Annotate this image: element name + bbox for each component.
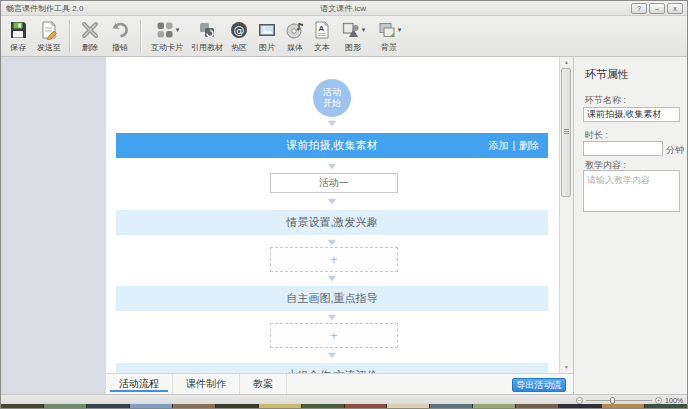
desktop-strip xyxy=(1,404,687,409)
desktop-strip-block xyxy=(602,404,644,409)
tab-lesson-plan[interactable]: 教案 xyxy=(240,374,287,394)
stage-action-divider: | xyxy=(512,140,515,151)
send-icon xyxy=(39,20,59,40)
document-title: 语文课件.icw xyxy=(320,3,366,14)
stage-delete-link[interactable]: 删除 xyxy=(519,139,539,153)
flow-arrow-icon xyxy=(316,161,348,171)
plus-icon: + xyxy=(330,253,337,267)
desktop-strip-block xyxy=(516,404,558,409)
background-icon xyxy=(377,20,397,40)
stage-name-input[interactable] xyxy=(583,107,680,122)
stage-label: 课前拍摄,收集素材 xyxy=(286,138,377,153)
svg-text:@: @ xyxy=(234,24,245,37)
flow-arrow-icon xyxy=(316,196,348,206)
undo-button[interactable]: 撤销 xyxy=(105,19,135,53)
shape-icon xyxy=(341,20,361,40)
stage-bar[interactable]: 自主画图,重点指导 xyxy=(116,286,548,311)
svg-text:A: A xyxy=(319,24,325,33)
save-button[interactable]: 保存 xyxy=(3,19,33,53)
hotspot-button[interactable]: @ 热区 xyxy=(225,19,253,53)
scroll-up-icon[interactable] xyxy=(562,58,571,67)
flow-arrow-icon xyxy=(316,273,348,283)
desktop-strip-block xyxy=(259,404,301,409)
zoom-slider-handle[interactable] xyxy=(610,397,615,404)
plus-icon: + xyxy=(330,329,337,343)
desktop-strip-block xyxy=(173,404,215,409)
properties-panel: 环节属性 环节名称 : 时长 : 分钟 教学内容 : xyxy=(573,57,688,394)
flow-arrow-icon xyxy=(316,118,348,128)
flow-canvas: 活动 开始 课前拍摄,收集素材 添加 | 删除 活动一 情景设置,激发兴趣 + … xyxy=(106,57,559,394)
insert-media-button[interactable]: 媒体 xyxy=(281,19,309,53)
delete-icon xyxy=(80,20,100,40)
zoom-in-icon[interactable] xyxy=(655,397,662,404)
delete-button[interactable]: 删除 xyxy=(75,19,105,53)
tab-courseware[interactable]: 课件制作 xyxy=(173,374,240,394)
cite-textbook-button[interactable]: 引用教材 xyxy=(189,19,225,53)
panel-title: 环节属性 xyxy=(585,67,629,82)
bottom-tab-bar: 活动流程 课件制作 教案 导出活动流 xyxy=(106,373,573,394)
stage-actions: 添加 | 删除 xyxy=(488,133,539,158)
add-activity-placeholder[interactable]: + xyxy=(270,247,398,272)
activity-node[interactable]: 活动一 xyxy=(270,173,398,193)
text-icon: A xyxy=(312,20,332,40)
send-to-button[interactable]: 发送至 xyxy=(33,19,65,53)
background-button[interactable]: 背景 xyxy=(371,19,407,53)
export-flow-button[interactable]: 导出活动流 xyxy=(512,378,566,392)
add-activity-placeholder[interactable]: + xyxy=(270,323,398,348)
tab-activity-flow[interactable]: 活动流程 xyxy=(106,374,173,394)
close-button[interactable]: x xyxy=(667,3,683,14)
app-title: 畅言课件制作工具 2.0 xyxy=(6,3,83,14)
zoom-control: 100% xyxy=(576,396,683,404)
stage-bar[interactable]: 情景设置,激发兴趣 xyxy=(116,210,548,235)
cards-icon xyxy=(155,20,175,40)
scrollbar-grip-icon xyxy=(564,129,569,130)
start-node-label-line1: 活动 xyxy=(313,87,351,98)
app-window: 畅言课件制作工具 2.0 语文课件.icw ? – x 保存 xyxy=(0,0,688,409)
insert-image-button[interactable]: 图片 xyxy=(253,19,281,53)
window-controls: ? – x xyxy=(631,3,683,14)
status-bar: 100% xyxy=(1,394,687,404)
help-button[interactable]: ? xyxy=(631,3,647,14)
desktop-strip-block xyxy=(559,404,601,409)
toolbar: 保存 发送至 删除 撤销 xyxy=(1,16,687,57)
stage-name-label: 环节名称 : xyxy=(585,94,626,107)
desktop-strip-block xyxy=(645,404,687,409)
stage-label: 情景设置,激发兴趣 xyxy=(286,215,377,230)
teaching-content-textarea[interactable] xyxy=(583,170,680,212)
zoom-out-icon[interactable] xyxy=(576,397,583,404)
undo-icon xyxy=(110,20,130,40)
stage-bar-selected[interactable]: 课前拍摄,收集素材 添加 | 删除 xyxy=(116,133,548,158)
interactive-cards-button[interactable]: 互动卡片 xyxy=(145,19,189,53)
flow-start-node[interactable]: 活动 开始 xyxy=(313,79,351,117)
flow-arrow-icon xyxy=(316,237,348,247)
desktop-strip-block xyxy=(345,404,387,409)
flow-arrow-icon xyxy=(316,312,348,322)
scroll-down-icon[interactable] xyxy=(562,363,571,372)
activity-node-label: 活动一 xyxy=(319,176,349,190)
chevron-down-icon xyxy=(176,26,180,34)
desktop-strip-block xyxy=(473,404,515,409)
image-icon xyxy=(257,20,277,40)
save-icon xyxy=(8,20,28,40)
desktop-strip-block xyxy=(1,404,43,409)
minimize-button[interactable]: – xyxy=(649,3,665,14)
desktop-strip-block xyxy=(302,404,344,409)
zoom-level: 100% xyxy=(665,397,683,404)
toolbar-separator xyxy=(140,20,142,52)
scrollbar-thumb[interactable] xyxy=(561,68,571,197)
desktop-strip-block xyxy=(130,404,172,409)
textbook-icon xyxy=(197,20,217,40)
duration-input[interactable] xyxy=(583,141,663,156)
start-node-label-line2: 开始 xyxy=(313,98,351,109)
vertical-scrollbar[interactable] xyxy=(559,57,573,373)
desktop-strip-block xyxy=(430,404,472,409)
stage-label: 自主画图,重点指导 xyxy=(286,291,377,306)
desktop-strip-block xyxy=(387,404,429,409)
desktop-strip-block xyxy=(216,404,258,409)
insert-text-button[interactable]: A 文本 xyxy=(309,19,335,53)
title-bar: 畅言课件制作工具 2.0 语文课件.icw ? – x xyxy=(1,1,687,16)
stage-add-link[interactable]: 添加 xyxy=(488,139,508,153)
zoom-slider[interactable] xyxy=(586,400,652,401)
desktop-strip-block xyxy=(87,404,129,409)
insert-shape-button[interactable]: 图形 xyxy=(335,19,371,53)
